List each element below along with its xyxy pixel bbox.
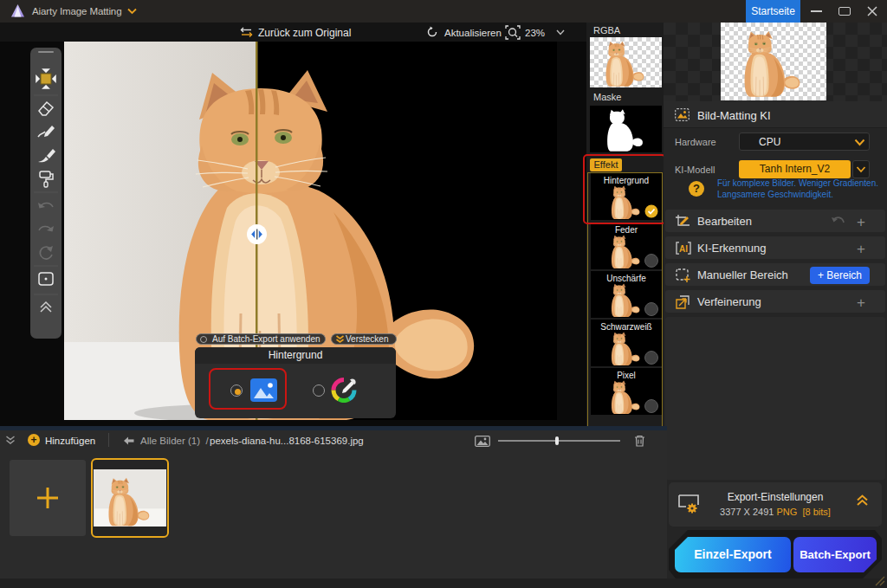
svg-text:AI: AI: [679, 244, 688, 254]
